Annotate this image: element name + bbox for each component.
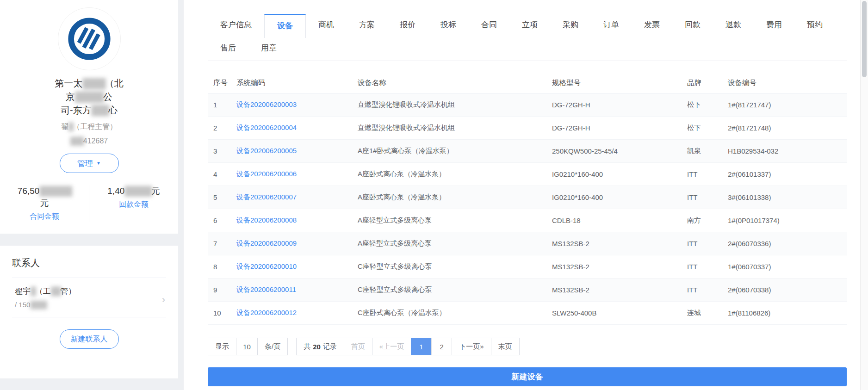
redacted-text: █ xyxy=(68,123,73,130)
row-no: 8 xyxy=(208,263,236,271)
device-name: A座1#卧式离心泵（冷温水泵） xyxy=(358,147,552,155)
customer-summary-card: 第一太████（北 京█████公 司-东方███心 翟█（工程主管） ███4… xyxy=(0,0,178,234)
tab-payments[interactable]: 回款 xyxy=(672,14,713,38)
payment-amount-link[interactable]: 回款金额 xyxy=(92,200,175,210)
pagination-prev[interactable]: «上一页 xyxy=(372,338,411,355)
company-name: 第一太████（北 京█████公 司-东方███心 xyxy=(11,77,167,117)
detail-tabs: 客户信息设备商机方案报价投标合同立项采购订单发票回款退款费用预约 售后用章 xyxy=(208,14,847,61)
tab-after-sales[interactable]: 售后 xyxy=(208,38,248,61)
page-size-select[interactable]: 10 xyxy=(236,338,257,355)
tab-opportunities[interactable]: 商机 xyxy=(306,14,347,38)
tab-contracts[interactable]: 合同 xyxy=(469,14,509,38)
tab-invoices[interactable]: 发票 xyxy=(632,14,672,38)
customer-detail-main: 客户信息设备商机方案报价投标合同立项采购订单发票回款退款费用预约 售后用章 序号… xyxy=(184,0,868,390)
pagination-page-2[interactable]: 2 xyxy=(431,338,452,355)
device-brand: ITT xyxy=(687,286,728,294)
table-row: 6设备202006200008A座轻型立式多级离心泵CDLB-18南方1#(0P… xyxy=(208,209,847,232)
row-no: 6 xyxy=(208,217,236,224)
device-number: 2#(81721748) xyxy=(728,124,847,132)
table-row: 1设备202006200003直燃型溴化锂吸收式冷温水机组DG-72GH-H松下… xyxy=(208,93,847,117)
tab-customer-info[interactable]: 客户信息 xyxy=(208,14,264,38)
tab-orders[interactable]: 订单 xyxy=(591,14,632,38)
new-contact-button[interactable]: 新建联系人 xyxy=(60,329,119,349)
device-code-link[interactable]: 设备202006200009 xyxy=(236,239,297,247)
redacted-text: ██████ xyxy=(39,186,71,196)
tab-solutions[interactable]: 方案 xyxy=(347,14,387,38)
row-no: 3 xyxy=(208,147,236,155)
tab-devices[interactable]: 设备 xyxy=(264,14,306,38)
device-code-link[interactable]: 设备202006200012 xyxy=(236,309,297,316)
tab-appointments[interactable]: 预约 xyxy=(794,14,835,38)
header-device-no: 设备编号 xyxy=(728,78,847,88)
contact-list-item[interactable]: 翟宇█（工██管） / 150████ › xyxy=(12,278,166,317)
contact-phone: / 150████ xyxy=(15,301,156,309)
tab-purchasing[interactable]: 采购 xyxy=(550,14,591,38)
redacted-text: █████ xyxy=(75,92,103,102)
device-code-link[interactable]: 设备202006200011 xyxy=(236,285,296,293)
scrollbar-thumb[interactable] xyxy=(862,1,867,77)
tab-refunds[interactable]: 退款 xyxy=(713,14,754,38)
device-brand: ITT xyxy=(687,240,728,248)
device-name: C座轻型立式多级离心泵 xyxy=(358,262,552,271)
device-brand: ITT xyxy=(687,193,728,201)
device-number: H1B029534-032 xyxy=(728,147,847,155)
page-size-group: 显示 10 条/页 xyxy=(208,338,288,355)
device-brand: ITT xyxy=(687,170,728,178)
header-code: 系统编码 xyxy=(236,78,358,88)
device-code-link[interactable]: 设备202006200008 xyxy=(236,216,297,224)
device-model: SLW250-400B xyxy=(552,309,687,317)
device-number: 1#(81106826) xyxy=(728,309,847,317)
header-name: 设备名称 xyxy=(358,78,552,88)
caret-down-icon: ▼ xyxy=(96,161,101,166)
device-number: 3#(06101338) xyxy=(728,193,847,201)
device-name: 直燃型溴化锂吸收式冷温水机组 xyxy=(358,124,552,132)
row-no: 10 xyxy=(208,309,236,317)
manage-button[interactable]: 管理 ▼ xyxy=(60,154,119,173)
redacted-text: ███ xyxy=(70,137,83,145)
device-code-link[interactable]: 设备202006200010 xyxy=(236,262,297,270)
redacted-text: ██ xyxy=(51,287,60,296)
row-no: 9 xyxy=(208,286,236,294)
tab-seals[interactable]: 用章 xyxy=(248,38,289,61)
pagination-total: 共20记录 xyxy=(297,338,344,355)
new-device-button[interactable]: 新建设备 xyxy=(208,367,847,386)
pagination-first[interactable]: 首页 xyxy=(344,338,372,355)
company-logo xyxy=(67,17,112,61)
pagination-next-anchor[interactable]: 下一页» xyxy=(452,338,490,355)
tab-quotes[interactable]: 报价 xyxy=(387,14,428,38)
redacted-text: ████ xyxy=(30,301,46,309)
scrollbar[interactable] xyxy=(860,0,868,390)
header-no: 序号 xyxy=(208,78,236,88)
tab-projects[interactable]: 立项 xyxy=(509,14,550,38)
device-code-link[interactable]: 设备202006200006 xyxy=(236,170,297,178)
device-name: A座轻型立式多级离心泵 xyxy=(358,216,552,225)
contract-amount-stat: 76,50██████ 元 合同金额 xyxy=(0,185,89,222)
contract-amount-link[interactable]: 合同金额 xyxy=(3,212,86,222)
device-code-link[interactable]: 设备202006200003 xyxy=(236,100,297,108)
pagination-last[interactable]: 末页 xyxy=(491,338,519,355)
table-row: 3设备202006200005A座1#卧式离心泵（冷温水泵）250KQW500-… xyxy=(208,140,847,163)
device-model: DG-72GH-H xyxy=(552,101,687,109)
device-code-link[interactable]: 设备202006200004 xyxy=(236,124,297,131)
tab-bids[interactable]: 投标 xyxy=(428,14,469,38)
header-model: 规格型号 xyxy=(552,78,687,88)
device-number: 1#(0P01017374) xyxy=(728,217,847,224)
amount-stats: 76,50██████ 元 合同金额 1,40█████元 回款金额 xyxy=(0,185,178,234)
per-page-label: 条/页 xyxy=(257,338,287,355)
device-name: A座卧式离心泵（冷温水泵） xyxy=(358,193,552,202)
section-divider xyxy=(0,378,178,390)
table-row: 5设备202006200007A座卧式离心泵（冷温水泵）IG0210*160-4… xyxy=(208,186,847,209)
row-no: 2 xyxy=(208,124,236,132)
header-brand: 品牌 xyxy=(687,78,728,88)
phone-line: ███412687 xyxy=(0,137,178,145)
tab-expenses[interactable]: 费用 xyxy=(754,14,794,38)
device-code-link[interactable]: 设备202006200007 xyxy=(236,193,297,201)
device-brand: 凯泉 xyxy=(687,147,728,155)
table-row: 9设备202006200011C座轻型立式多级离心泵MS132SB-2ITT2#… xyxy=(208,279,847,302)
table-row: 2设备202006200004直燃型溴化锂吸收式冷温水机组DG-72GH-H松下… xyxy=(208,117,847,140)
device-brand: 连城 xyxy=(687,309,728,317)
pagination-page-1[interactable]: 1 xyxy=(411,338,431,355)
device-number: 2#(06070336) xyxy=(728,240,847,248)
row-no: 4 xyxy=(208,170,236,178)
device-code-link[interactable]: 设备202006200005 xyxy=(236,147,297,155)
